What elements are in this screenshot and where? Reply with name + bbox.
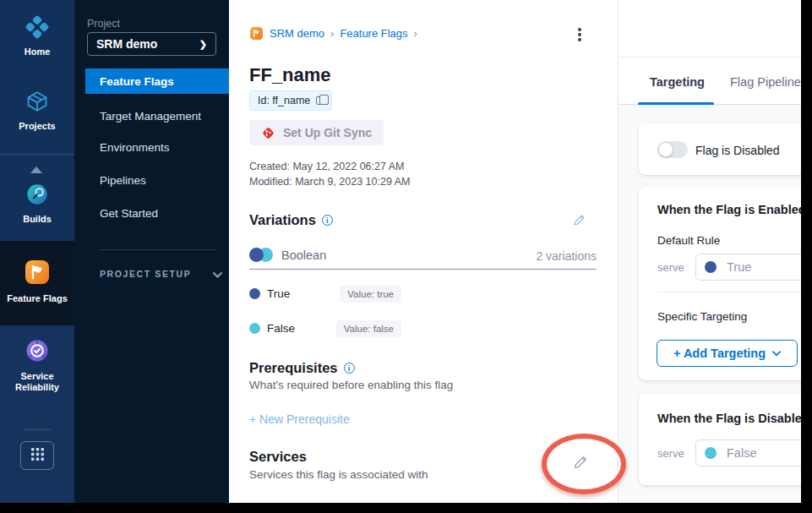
variation-row-true: True xyxy=(249,287,290,300)
rail-label: Service Reliability xyxy=(10,371,64,393)
sidebar-item-get-started[interactable]: Get Started xyxy=(100,207,158,220)
window-edge-right xyxy=(801,0,812,513)
rail-item-feature-flags[interactable]: Feature Flags xyxy=(0,259,74,304)
project-setup-toggle[interactable]: PROJECT SETUP xyxy=(100,266,222,281)
tab-flag-pipeline[interactable]: Flag Pipeline xyxy=(730,75,801,89)
serve-value: True xyxy=(727,260,751,274)
variation-name: False xyxy=(267,322,295,335)
feature-flags-logo-icon xyxy=(249,26,264,41)
panel-tabbar: Targeting Flag Pipeline xyxy=(619,57,812,105)
sidebar-item-label: Environments xyxy=(100,141,170,154)
new-prerequisite-button[interactable]: + New Prerequisite xyxy=(249,412,350,426)
prerequisites-heading: Prerequisites xyxy=(249,360,355,376)
set-up-git-sync-button[interactable]: Set Up Git Sync xyxy=(249,120,384,145)
variation-value-badge: Value: false xyxy=(336,320,401,337)
project-name: SRM demo xyxy=(96,37,157,51)
disabled-rules-card: When the Flag is Disabled serve False xyxy=(639,394,812,485)
edit-variations-pencil-icon[interactable] xyxy=(572,212,587,231)
false-variation-dot xyxy=(705,447,717,459)
flag-id-badge[interactable]: Id: ff_name xyxy=(249,90,332,111)
kebab-menu-icon[interactable] xyxy=(578,28,581,31)
breadcrumb-project-link[interactable]: SRM demo xyxy=(270,27,324,40)
sidebar-divider xyxy=(100,249,216,250)
serve-label: serve xyxy=(657,261,684,274)
rail-label: Home xyxy=(25,46,51,57)
rail-item-home[interactable]: Home xyxy=(0,15,74,57)
variations-divider xyxy=(249,269,597,270)
home-icon xyxy=(25,15,49,42)
chevron-down-icon xyxy=(213,266,222,281)
rail-divider-bottom xyxy=(24,429,51,430)
sidebar-item-environments[interactable]: Environments xyxy=(100,141,170,154)
variations-count: 2 variations xyxy=(249,249,597,263)
sidebar-item-pipelines[interactable]: Pipelines xyxy=(100,174,146,187)
project-selector[interactable]: SRM demo xyxy=(87,32,216,56)
breadcrumb-separator: › xyxy=(330,27,334,40)
breadcrumb-separator: › xyxy=(414,27,417,40)
caret-up-icon[interactable] xyxy=(30,166,42,173)
variations-heading-text: Variations xyxy=(249,212,316,228)
flag-detail-main: SRM demo › Feature Flags › FF_name Id: f… xyxy=(229,0,618,503)
serve-label: serve xyxy=(657,447,684,460)
disabled-serve-select[interactable]: False xyxy=(695,439,812,467)
rail-divider xyxy=(0,154,74,155)
true-variation-dot xyxy=(249,288,260,299)
grid-icon xyxy=(31,448,44,464)
specific-targeting-label: Specific Targeting xyxy=(657,310,747,323)
created-timestamp: Created: May 12, 2022 06:27 AM xyxy=(249,161,404,172)
card-divider xyxy=(657,292,812,292)
module-grid-button[interactable] xyxy=(20,441,54,470)
git-sync-icon xyxy=(261,126,275,140)
module-rail: Home Projects Builds Feature Flags xyxy=(0,0,74,503)
sidebar-item-feature-flags[interactable]: Feature Flags xyxy=(85,68,229,94)
chevron-right-icon xyxy=(199,39,207,50)
sidebar-item-target-management[interactable]: Target Management xyxy=(100,110,201,123)
disabled-card-heading: When the Flag is Disabled xyxy=(657,412,809,425)
flag-state-label: Flag is Disabled xyxy=(695,144,780,157)
feature-flags-icon xyxy=(24,259,51,289)
rail-item-service-reliability[interactable]: Service Reliability xyxy=(0,338,74,393)
git-sync-label: Set Up Git Sync xyxy=(283,126,372,139)
default-serve-select[interactable]: True xyxy=(695,254,812,281)
default-rule-label: Default Rule xyxy=(657,234,720,247)
tab-active-underline xyxy=(638,102,714,105)
page-title: FF_name xyxy=(249,64,331,86)
rail-item-projects[interactable]: Projects xyxy=(0,90,74,132)
flag-id-text: Id: ff_name xyxy=(258,95,310,106)
prerequisites-heading-text: Prerequisites xyxy=(249,360,338,376)
window-edge-bottom xyxy=(0,503,812,513)
copy-icon[interactable] xyxy=(316,96,324,105)
enabled-rules-card: When the Flag is Enabled Default Rule se… xyxy=(639,187,812,380)
chevron-down-icon xyxy=(772,351,781,357)
info-icon[interactable] xyxy=(322,215,333,226)
sidebar-item-label: Target Management xyxy=(100,110,201,123)
enabled-card-heading: When the Flag is Enabled xyxy=(657,203,806,216)
red-annotation-ellipse xyxy=(542,434,626,494)
sidebar-item-label: Feature Flags xyxy=(100,75,174,88)
breadcrumb: SRM demo › Feature Flags › xyxy=(249,26,417,41)
add-targeting-label: + Add Targeting xyxy=(673,347,766,360)
rail-label: Builds xyxy=(23,214,52,225)
variation-name: True xyxy=(267,287,290,300)
sidebar-item-label: Get Started xyxy=(100,207,158,220)
project-label: Project xyxy=(87,18,120,30)
prerequisites-subtext: What's required before enabling this fla… xyxy=(249,379,453,391)
rail-item-builds[interactable]: Builds xyxy=(0,183,74,225)
modified-timestamp: Modified: March 9, 2023 10:29 AM xyxy=(249,176,410,188)
variation-value-badge: Value: true xyxy=(340,286,401,303)
breadcrumb-feature-flags-link[interactable]: Feature Flags xyxy=(340,27,407,40)
flag-enabled-toggle[interactable] xyxy=(657,141,688,158)
add-targeting-button[interactable]: + Add Targeting xyxy=(657,340,798,367)
boolean-type-icon xyxy=(249,248,273,262)
info-icon[interactable] xyxy=(344,363,355,374)
projects-icon xyxy=(25,90,49,117)
serve-value: False xyxy=(727,446,756,460)
false-variation-dot xyxy=(249,323,260,334)
variations-heading: Variations xyxy=(249,212,333,228)
tab-targeting[interactable]: Targeting xyxy=(650,75,705,89)
variation-row-false: False xyxy=(249,322,295,335)
targeting-panel: Targeting Flag Pipeline Flag is Disabled… xyxy=(618,0,812,503)
project-setup-label: PROJECT SETUP xyxy=(100,269,191,279)
flag-state-card: Flag is Disabled xyxy=(639,123,812,175)
services-heading: Services xyxy=(249,449,307,465)
